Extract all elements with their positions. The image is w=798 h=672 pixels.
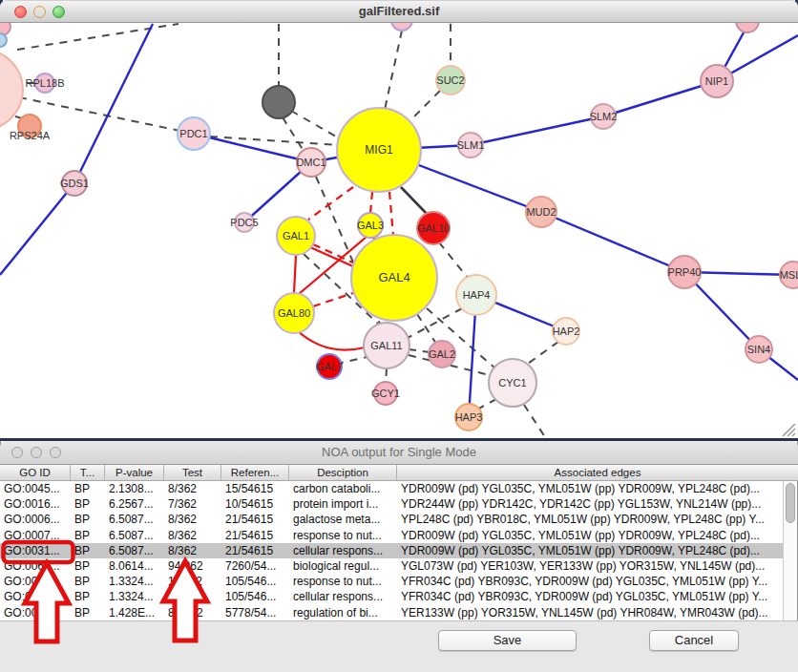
- table-cell-type: BP: [71, 528, 105, 543]
- table-cell-p_value: 1.428E...: [105, 605, 164, 620]
- graph-node-label: SLM2: [590, 111, 618, 122]
- table-cell-go_id: GO:0006...: [0, 512, 71, 527]
- graph-edge[interactable]: [297, 330, 365, 350]
- graph-edge[interactable]: [210, 136, 340, 145]
- graph-edge[interactable]: [417, 314, 436, 344]
- table-row[interactable]: GO:0007...BP6.5087...8/36221/54615respon…: [0, 528, 784, 543]
- table-row[interactable]: GO:0016...BP6.2567...7/36210/54615protei…: [0, 496, 784, 512]
- graph-node-corner-blue[interactable]: [0, 33, 7, 47]
- network-window: RPL18BRPS24APDC1GDS1MIG1SUC2SLM1SLM2NIP1…: [0, 0, 798, 441]
- graph-edge[interactable]: [389, 192, 393, 236]
- table-cell-test: 11/362: [164, 574, 221, 589]
- cancel-button[interactable]: Cancel: [649, 630, 739, 651]
- table-cell-description: cellular respons...: [289, 543, 397, 558]
- graph-edge[interactable]: [386, 368, 387, 383]
- table-cell-go_id: GO:0050...: [0, 605, 71, 620]
- table-cell-reference: 5778/54...: [221, 605, 289, 620]
- graph-node-label: GAL11: [370, 340, 402, 351]
- graph-edge[interactable]: [477, 399, 496, 410]
- graph-node-label: MSL1: [780, 269, 798, 281]
- noa-window-title: NOA output for Single Mode: [0, 445, 798, 459]
- table-cell-reference: 105/546...: [221, 589, 289, 604]
- table-cell-edges: YGL073W (pd) YER103W, YER133W (pp) YOR31…: [397, 558, 784, 574]
- noa-button-panel: Save Cancel: [0, 620, 798, 672]
- graph-node-label: GAL4: [378, 270, 410, 284]
- graph-edge[interactable]: [19, 97, 194, 134]
- table-cell-description: galactose meta...: [289, 512, 397, 527]
- graph-node-label: MUD2: [526, 206, 556, 218]
- table-cell-edges: YDR009W (pd) YGL035C, YML051W (pp) YDR00…: [397, 481, 784, 496]
- table-body: GO:0045...BP2.1308...8/36215/54615carbon…: [0, 481, 784, 620]
- graph-edge[interactable]: [401, 187, 428, 215]
- table-header[interactable]: GO IDT...P-valueTestReferen...Desciption…: [0, 465, 798, 481]
- graph-edge[interactable]: [370, 192, 372, 214]
- column-header[interactable]: Referen...: [221, 465, 289, 480]
- table-cell-p_value: 1.3324...: [105, 589, 164, 604]
- table-scrollbar[interactable]: [783, 481, 797, 620]
- table-row[interactable]: GO:0065...BP8.0614...94/3627260/54...bio…: [0, 558, 784, 574]
- graph-edge[interactable]: [439, 242, 468, 278]
- column-header[interactable]: T...: [71, 465, 105, 480]
- graph-node-top-cut-2[interactable]: [736, 23, 759, 32]
- save-button[interactable]: Save: [438, 630, 577, 651]
- graph-edge[interactable]: [17, 24, 178, 50]
- graph-edge[interactable]: [541, 212, 684, 272]
- table-row[interactable]: GO:0031...BP1.3324...11/362105/546...cel…: [0, 589, 784, 604]
- table-cell-go_id: GO:0065...: [0, 558, 71, 574]
- table-row[interactable]: GO:0006...BP6.5087...8/36221/54615galact…: [0, 512, 784, 527]
- table-cell-description: cellular respons...: [289, 589, 397, 604]
- graph-node-label: PRP40: [668, 266, 702, 278]
- column-header[interactable]: GO ID: [0, 465, 71, 480]
- table-cell-reference: 21/54615: [221, 512, 289, 527]
- table-cell-type: BP: [71, 543, 105, 558]
- graph-node-label: GAL1: [283, 230, 309, 242]
- graph-node-label: MIG1: [365, 143, 393, 157]
- table-cell-reference: 10/54615: [221, 496, 289, 512]
- graph-edge[interactable]: [283, 117, 304, 151]
- graph-edge[interactable]: [471, 116, 603, 145]
- table-cell-description: response to nut...: [289, 574, 397, 589]
- column-header[interactable]: Test: [164, 465, 221, 480]
- column-header[interactable]: Associated edges: [397, 465, 798, 480]
- graph-edge[interactable]: [385, 31, 402, 110]
- graph-edge[interactable]: [524, 405, 547, 438]
- graph-edge[interactable]: [603, 81, 717, 116]
- graph-node-top-cut-1[interactable]: [391, 23, 412, 31]
- graph-node-label: PDC1: [179, 128, 207, 139]
- table-cell-test: 8/362: [164, 528, 221, 543]
- graph-edge[interactable]: [413, 91, 440, 117]
- scrollbar-thumb[interactable]: [786, 483, 795, 523]
- graph-edge[interactable]: [409, 349, 430, 352]
- graph-edge[interactable]: [308, 187, 353, 220]
- table-row[interactable]: GO:0031...BP1.3324...11/362105/546...res…: [0, 574, 784, 589]
- graph-node-gray-node[interactable]: [262, 86, 295, 118]
- column-header[interactable]: Desciption: [289, 465, 397, 480]
- table-cell-go_id: GO:0031...: [0, 589, 71, 604]
- graph-node-label: HAP2: [553, 326, 580, 337]
- table-row[interactable]: GO:0050...BP1.428E...80/3625778/54...reg…: [0, 605, 784, 620]
- resize-grip-icon[interactable]: [779, 424, 796, 437]
- column-header[interactable]: P-value: [105, 465, 164, 480]
- table-cell-go_id: GO:0031...: [0, 543, 71, 558]
- noa-window: NOA output for Single Mode GO IDT...P-va…: [0, 441, 798, 672]
- graph-edge[interactable]: [194, 134, 311, 162]
- graph-node-label: GAL3: [357, 220, 384, 231]
- graph-edge[interactable]: [291, 111, 341, 139]
- graph-edge[interactable]: [0, 183, 74, 275]
- graph-edge[interactable]: [74, 24, 153, 183]
- table-cell-p_value: 6.5087...: [105, 528, 164, 543]
- table-cell-description: regulation of bi...: [289, 605, 397, 620]
- network-titlebar[interactable]: galFiltered.sif: [0, 0, 798, 23]
- graph-node-label: GAL10: [417, 222, 450, 234]
- table-row[interactable]: GO:0045...BP2.1308...8/36215/54615carbon…: [0, 481, 784, 496]
- network-canvas[interactable]: RPL18BRPS24APDC1GDS1MIG1SUC2SLM1SLM2NIP1…: [0, 23, 798, 438]
- table-cell-description: carbon cataboli...: [289, 481, 397, 496]
- table-cell-p_value: 6.5087...: [105, 512, 164, 527]
- graph-edge[interactable]: [294, 255, 296, 293]
- table-cell-reference: 105/546...: [221, 574, 289, 589]
- noa-titlebar[interactable]: NOA output for Single Mode: [0, 441, 798, 465]
- graph-edge[interactable]: [313, 244, 355, 263]
- graph-edge[interactable]: [528, 342, 558, 364]
- table-row[interactable]: GO:0031...BP6.5087...8/36221/54615cellul…: [0, 543, 784, 558]
- graph-node-label: GCY1: [371, 388, 400, 399]
